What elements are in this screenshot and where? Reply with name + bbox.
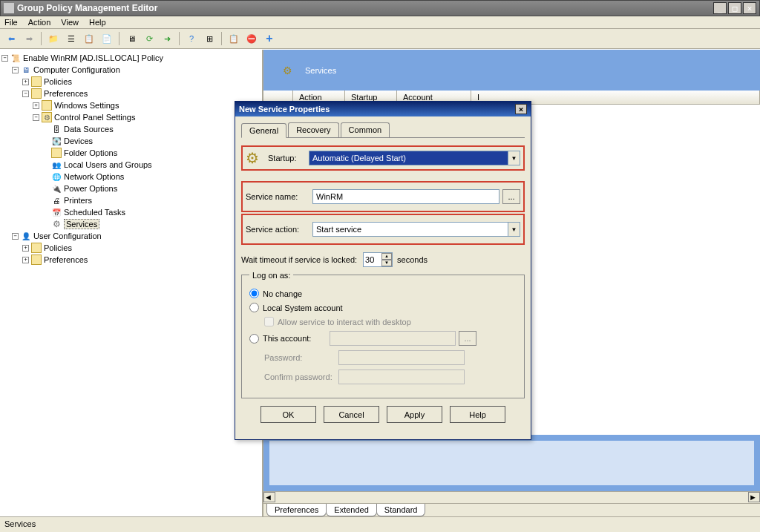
spinner-up-icon[interactable]: ▲ xyxy=(381,253,392,260)
checkbox-interact xyxy=(264,317,274,326)
maximize-button[interactable]: □ xyxy=(728,2,741,14)
servicename-label: Service name: xyxy=(246,192,312,201)
menu-action[interactable]: Action xyxy=(28,18,51,27)
tab-extended[interactable]: Extended xyxy=(326,504,376,516)
tree-user-policies[interactable]: +Policies xyxy=(1,242,261,254)
tab-common[interactable]: Common xyxy=(341,122,390,137)
up-button[interactable]: 📁 xyxy=(46,31,61,46)
stop-button[interactable]: 📋 xyxy=(226,31,241,46)
bottom-tabs: Preferences Extended Standard xyxy=(263,503,760,516)
dialog-close-button[interactable]: × xyxy=(515,104,527,114)
paste-button[interactable]: 📄 xyxy=(99,31,114,46)
serviceaction-label: Service action: xyxy=(246,225,312,234)
tree-computer-config[interactable]: −🖥Computer Configuration xyxy=(1,64,261,76)
startup-dropdown[interactable]: Automatic (Delayed Start)▼ xyxy=(309,151,520,165)
preview-box xyxy=(263,435,760,491)
wait-label: Wait timeout if service is locked: xyxy=(241,255,357,264)
help-button[interactable]: ? xyxy=(184,31,199,46)
close-button[interactable]: × xyxy=(743,2,756,14)
options-button[interactable]: ⊞ xyxy=(202,31,217,46)
tree-printers[interactable]: 🖨Printers xyxy=(1,194,261,206)
disable-button[interactable]: ⛔ xyxy=(244,31,259,46)
horizontal-scrollbar[interactable]: ◄ ► xyxy=(263,491,760,503)
window-title: Group Policy Management Editor xyxy=(17,3,713,13)
logon-fieldset: Log on as: No change Local System accoun… xyxy=(241,275,525,398)
gear-icon: ⚙ xyxy=(246,149,268,167)
services-header: ⚙ Services xyxy=(263,50,760,91)
minimize-button[interactable]: _ xyxy=(713,2,727,14)
tab-recovery[interactable]: Recovery xyxy=(288,122,338,137)
showhide-button[interactable]: ☰ xyxy=(64,31,79,46)
servicename-input[interactable] xyxy=(312,189,499,204)
tab-general[interactable]: General xyxy=(241,123,286,138)
cancel-button[interactable]: Cancel xyxy=(324,406,379,423)
tree-user-config[interactable]: −👤User Configuration xyxy=(1,230,261,242)
radio-thisaccount[interactable] xyxy=(249,334,259,344)
tree-cp-settings[interactable]: −⚙Control Panel Settings xyxy=(1,111,261,123)
new-service-dialog: New Service Properties × General Recover… xyxy=(235,101,531,440)
export-button[interactable]: ➜ xyxy=(160,31,174,46)
password-input xyxy=(338,350,465,365)
apply-button[interactable]: Apply xyxy=(387,406,442,423)
tree-poweropt[interactable]: 🔌Power Options xyxy=(1,183,261,194)
properties-button[interactable]: 🖥 xyxy=(124,31,139,46)
confirm-password-input xyxy=(338,370,465,384)
tree-policies[interactable]: +Policies xyxy=(1,76,261,88)
copy-button[interactable]: 📋 xyxy=(82,31,96,46)
services-title: Services xyxy=(305,66,336,75)
tree-localusers[interactable]: 👥Local Users and Groups xyxy=(1,159,261,171)
tree-services[interactable]: ⚙Services xyxy=(1,218,261,230)
tree-datasources[interactable]: 🗄Data Sources xyxy=(1,123,261,135)
statusbar: Services xyxy=(0,516,760,532)
browse-service-button[interactable]: ... xyxy=(502,189,520,204)
tab-preferences[interactable]: Preferences xyxy=(266,504,327,516)
scroll-left-button[interactable]: ◄ xyxy=(263,492,275,502)
radio-localsystem[interactable] xyxy=(249,303,259,312)
tab-standard[interactable]: Standard xyxy=(376,504,426,516)
radio-nochange[interactable] xyxy=(249,289,259,298)
dropdown-arrow-icon: ▼ xyxy=(508,223,520,236)
menu-help[interactable]: Help xyxy=(89,18,106,27)
help-button-dialog[interactable]: Help xyxy=(450,406,505,423)
menu-file[interactable]: File xyxy=(4,18,18,27)
tree-folderoptions[interactable]: Folder Options xyxy=(1,147,261,159)
tree-windows-settings[interactable]: +Windows Settings xyxy=(1,99,261,111)
account-input xyxy=(330,331,456,346)
app-icon xyxy=(4,3,14,13)
ok-button[interactable]: OK xyxy=(261,406,316,423)
browse-account-button: ... xyxy=(459,331,476,346)
add-button[interactable]: + xyxy=(262,31,277,46)
toolbar: ⬅ ➡ 📁 ☰ 📋 📄 🖥 ⟳ ➜ ? ⊞ 📋 ⛔ + xyxy=(0,29,760,49)
logon-legend: Log on as: xyxy=(249,271,293,280)
tree-user-prefs[interactable]: +Preferences xyxy=(1,254,261,266)
startup-label: Startup: xyxy=(268,154,309,162)
dialog-titlebar: New Service Properties × xyxy=(235,102,531,116)
wait-timeout-spinner[interactable]: 30 ▲▼ xyxy=(363,252,393,267)
dialog-tabs: General Recovery Common xyxy=(241,122,525,138)
tree-schedtasks[interactable]: 📅Scheduled Tasks xyxy=(1,206,261,218)
titlebar: Group Policy Management Editor _ □ × xyxy=(0,0,760,16)
menubar: File Action View Help xyxy=(0,16,760,29)
menu-view[interactable]: View xyxy=(61,18,79,27)
forward-button[interactable]: ➡ xyxy=(22,31,36,46)
scroll-right-button[interactable]: ► xyxy=(748,492,760,502)
tree-preferences[interactable]: −Preferences xyxy=(1,88,261,99)
spinner-down-icon[interactable]: ▼ xyxy=(381,260,392,266)
dialog-title: New Service Properties xyxy=(239,105,515,114)
services-icon: ⚙ xyxy=(277,60,298,81)
serviceaction-dropdown[interactable]: Start service▼ xyxy=(312,222,520,237)
wait-unit: seconds xyxy=(397,255,428,264)
back-button[interactable]: ⬅ xyxy=(4,31,19,46)
tree-networkopt[interactable]: 🌐Network Options xyxy=(1,171,261,183)
tree-view[interactable]: −📜Enable WinRM [AD.ISL.LOCAL] Policy −🖥C… xyxy=(0,50,263,516)
tree-root[interactable]: −📜Enable WinRM [AD.ISL.LOCAL] Policy xyxy=(1,52,261,64)
refresh-button[interactable]: ⟳ xyxy=(142,31,157,46)
dropdown-arrow-icon: ▼ xyxy=(508,151,520,165)
tree-devices[interactable]: 💽Devices xyxy=(1,135,261,147)
